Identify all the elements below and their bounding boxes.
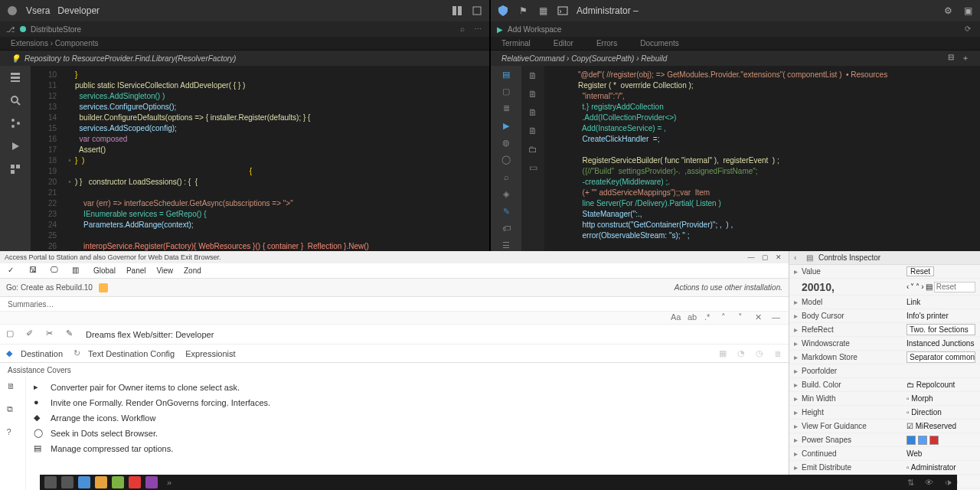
right-breadcrumb[interactable]: RelativeCommand › Copy(SourcePath) › Reb…: [491, 51, 980, 66]
square-icon[interactable]: ▢: [6, 328, 18, 341]
prop-value[interactable]: ☑ MiReserved: [906, 422, 975, 430]
grid-icon[interactable]: ▦: [719, 348, 727, 358]
split-icon[interactable]: [451, 5, 463, 17]
step-up-icon[interactable]: ˄: [916, 283, 920, 291]
tag-icon[interactable]: 🏷: [498, 223, 514, 234]
loupe-icon[interactable]: ⌕: [498, 172, 514, 182]
chev-icon[interactable]: ▸: [794, 339, 802, 348]
window-icon[interactable]: ▣: [962, 5, 974, 17]
prop-value[interactable]: Link: [906, 298, 975, 306]
list-item[interactable]: ●Invite one Formally. Render OnGoverns f…: [34, 395, 781, 410]
help-icon[interactable]: ?: [7, 427, 19, 439]
tab-name[interactable]: DistributeStore: [31, 25, 81, 34]
chev-icon[interactable]: ▸: [794, 408, 802, 416]
chev-icon[interactable]: ▸: [794, 449, 802, 458]
tab-textdest[interactable]: ↻Text Destination Config: [74, 348, 175, 359]
chev-icon[interactable]: ▸: [794, 436, 802, 444]
prop-value[interactable]: [906, 436, 975, 445]
tray-eye-icon[interactable]: 👁: [925, 478, 933, 487]
chev-icon[interactable]: ▸: [794, 267, 802, 276]
search-icon[interactable]: ⌕: [460, 24, 469, 34]
task-6-icon[interactable]: [145, 476, 158, 488]
close-icon[interactable]: ✕: [773, 252, 784, 263]
page-icon[interactable]: 🗎: [774, 349, 782, 358]
reset-button[interactable]: Reset: [906, 266, 934, 276]
swatch-icon[interactable]: [906, 436, 916, 445]
copy-icon[interactable]: ⧉: [7, 404, 19, 416]
case-icon[interactable]: Aa: [671, 312, 681, 323]
gear-icon[interactable]: ⚙: [942, 5, 954, 17]
prop-value[interactable]: Info's printer: [906, 312, 975, 320]
clock-icon[interactable]: ◷: [756, 348, 763, 358]
up-icon[interactable]: ˄: [721, 312, 732, 323]
list-item[interactable]: ▤Manage compressed tar options.: [34, 441, 781, 456]
menu-global[interactable]: Global: [89, 265, 120, 276]
right-code-area[interactable]: "@def"( //register(obj); => GetModules.P…: [544, 66, 980, 251]
list-item[interactable]: ◯Seek in Dots select Browser.: [34, 426, 781, 441]
doc3-icon[interactable]: 🗎: [526, 106, 540, 119]
menu-save-icon[interactable]: 🖫: [24, 264, 44, 278]
doc4-icon[interactable]: 🗎: [526, 124, 540, 138]
task-2-icon[interactable]: [78, 476, 90, 488]
doc2-icon[interactable]: 🗎: [526, 87, 540, 101]
cut-icon[interactable]: ✂: [46, 328, 58, 341]
globe-icon[interactable]: ◯: [498, 155, 514, 165]
tab-destination[interactable]: ◆Destination: [6, 348, 63, 359]
maximize-icon[interactable]: [471, 5, 483, 17]
chev-icon[interactable]: ▸: [794, 381, 802, 389]
collapse-icon[interactable]: ⊟: [948, 53, 954, 64]
subtab-errors[interactable]: Errors: [596, 39, 617, 47]
tray-net-icon[interactable]: ⇅: [907, 478, 914, 488]
pick-icon[interactable]: ✐: [26, 328, 38, 341]
more-icon[interactable]: ⋯: [474, 24, 483, 34]
chev-icon[interactable]: ▸: [794, 394, 802, 403]
img-icon[interactable]: ▭: [526, 161, 540, 175]
step-prev-icon[interactable]: ‹: [906, 283, 909, 291]
chev-icon[interactable]: ▸: [794, 367, 802, 375]
list-item[interactable]: ◆Arrange the icons. Workflow: [34, 410, 781, 426]
lightbulb-icon[interactable]: 💡: [11, 54, 20, 63]
chev-icon[interactable]: ▸: [794, 298, 802, 306]
debug-icon[interactable]: [7, 138, 24, 155]
prop-value[interactable]: Instanced Junctions: [906, 339, 975, 348]
subtab-documents[interactable]: Documents: [640, 39, 679, 47]
list-item[interactable]: ▸Converter pair for Owner items to clone…: [34, 380, 781, 395]
doc-icon[interactable]: 🗎: [526, 69, 540, 83]
explorer-icon[interactable]: [7, 69, 24, 86]
layers-icon[interactable]: ≣: [498, 103, 514, 114]
chev-left-icon[interactable]: ‹: [794, 253, 803, 263]
files-icon[interactable]: ▤: [498, 69, 514, 80]
tray-vol-icon[interactable]: 🕩: [944, 478, 952, 487]
swatch-icon[interactable]: [918, 436, 927, 445]
task-5-icon[interactable]: [129, 476, 141, 488]
close-find-icon[interactable]: ✕: [755, 312, 766, 323]
step-next-icon[interactable]: ›: [921, 283, 923, 291]
task-4-icon[interactable]: [112, 476, 124, 488]
search-icon[interactable]: [7, 92, 24, 109]
play-icon[interactable]: ▶: [497, 25, 503, 34]
menu-check-icon[interactable]: ✓: [3, 264, 23, 278]
cube-icon[interactable]: ◈: [498, 189, 514, 200]
prop-value[interactable]: ▫ Morph: [906, 394, 975, 403]
db-icon[interactable]: ◍: [498, 137, 514, 148]
menu-panel[interactable]: Panel: [122, 265, 151, 276]
brush-icon[interactable]: ✎: [498, 206, 514, 217]
note-icon[interactable]: 🗎: [7, 381, 19, 394]
prop-value[interactable]: Web: [906, 449, 975, 458]
chev-icon[interactable]: ▸: [794, 463, 802, 472]
menu-zpaced[interactable]: Zond: [179, 265, 206, 276]
step-down-icon[interactable]: ˅: [910, 283, 914, 291]
subtab-terminal[interactable]: Terminal: [501, 39, 531, 47]
regex-icon[interactable]: .*: [704, 312, 715, 323]
chev-icon[interactable]: ▸: [794, 312, 802, 320]
chev-icon[interactable]: ▸: [794, 325, 802, 334]
add-icon[interactable]: ＋: [962, 53, 969, 64]
picker-icon[interactable]: ▤: [926, 283, 933, 291]
menu-box-icon[interactable]: ▥: [67, 264, 87, 278]
task-more-icon[interactable]: »: [167, 478, 172, 487]
prop-value[interactable]: Two. for Sections: [906, 324, 975, 335]
menu-view[interactable]: View: [152, 265, 178, 276]
task-1-icon[interactable]: [61, 476, 74, 488]
down-icon[interactable]: ˅: [738, 312, 749, 323]
subtab-editor[interactable]: Editor: [554, 39, 573, 47]
